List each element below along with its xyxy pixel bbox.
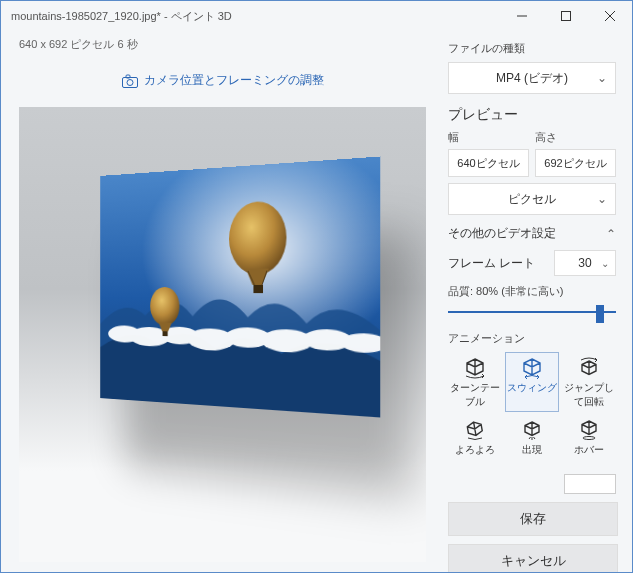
chevron-up-icon: ⌃ [606, 227, 616, 241]
height-label: 高さ [535, 130, 616, 145]
animation-hover[interactable]: ホバー [561, 414, 616, 470]
animation-swing[interactable]: スウィング [505, 352, 560, 412]
export-dialog: mountains-1985027_1920.jpg* - ペイント 3D 64… [0, 0, 633, 573]
cube-wobble-icon [463, 419, 487, 441]
other-video-settings-toggle[interactable]: その他のビデオ設定 ⌃ [448, 225, 616, 242]
preview-heading: プレビュー [448, 106, 616, 124]
quality-label: 品質: 80% (非常に高い) [448, 284, 616, 299]
cancel-label: キャンセル [501, 552, 566, 570]
animation-label: ジャンプして回転 [562, 381, 615, 409]
unit-dropdown[interactable]: ピクセル ⌄ [448, 183, 616, 215]
cube-swing-icon [520, 357, 544, 379]
width-input[interactable]: 640ピクセル [448, 149, 529, 177]
background-color-swatch[interactable] [564, 474, 616, 494]
close-button[interactable] [588, 1, 632, 31]
preview-image [100, 157, 380, 418]
svg-rect-18 [253, 285, 263, 293]
animation-label: ターンテーブル [449, 381, 502, 409]
animation-label: よろよろ [455, 443, 495, 457]
animation-jump-rotate[interactable]: ジャンプして回転 [561, 352, 616, 412]
framerate-value: 30 [578, 256, 591, 270]
animation-label: スウィング [507, 381, 557, 395]
cube-appear-icon [520, 419, 544, 441]
camera-icon [122, 74, 138, 88]
animation-heading: アニメーション [448, 331, 616, 346]
file-type-dropdown[interactable]: MP4 (ビデオ) ⌄ [448, 62, 616, 94]
save-label: 保存 [520, 510, 546, 528]
preview-stage[interactable] [19, 107, 426, 562]
unit-value: ピクセル [508, 191, 556, 208]
camera-adjust-button[interactable]: カメラ位置とフレーミングの調整 [112, 66, 334, 95]
svg-point-6 [127, 79, 133, 85]
framerate-label: フレーム レート [448, 255, 554, 272]
dimensions-readout: 640 x 692 ピクセル 6 秒 [19, 37, 426, 52]
file-type-label: ファイルの種類 [448, 41, 616, 56]
animation-turntable[interactable]: ターンテーブル [448, 352, 503, 412]
svg-point-23 [583, 437, 595, 440]
svg-rect-5 [126, 75, 130, 78]
animation-wobble[interactable]: よろよろ [448, 414, 503, 470]
close-icon [605, 11, 615, 21]
save-button[interactable]: 保存 [448, 502, 618, 536]
svg-rect-22 [163, 331, 168, 336]
titlebar: mountains-1985027_1920.jpg* - ペイント 3D [1, 1, 632, 31]
minimize-icon [517, 11, 527, 21]
other-video-settings-label: その他のビデオ設定 [448, 225, 556, 242]
camera-adjust-label: カメラ位置とフレーミングの調整 [144, 72, 324, 89]
settings-panel: ファイルの種類 MP4 (ビデオ) ⌄ プレビュー 幅 640ピクセル 高さ 6… [436, 31, 632, 572]
maximize-icon [561, 11, 571, 21]
framerate-dropdown[interactable]: 30 ⌄ [554, 250, 616, 276]
preview-artwork [100, 157, 380, 418]
slider-thumb[interactable] [596, 305, 604, 323]
svg-rect-1 [562, 12, 571, 21]
height-input[interactable]: 692ピクセル [535, 149, 616, 177]
minimize-button[interactable] [500, 1, 544, 31]
animation-appear[interactable]: 出現 [505, 414, 560, 470]
chevron-down-icon: ⌄ [597, 192, 607, 206]
cube-rotate-icon [463, 357, 487, 379]
animation-grid: ターンテーブル スウィング ジャンプして回転 よろよろ 出現 [448, 352, 616, 470]
slider-track [448, 311, 616, 313]
width-label: 幅 [448, 130, 529, 145]
maximize-button[interactable] [544, 1, 588, 31]
chevron-down-icon: ⌄ [597, 71, 607, 85]
file-type-value: MP4 (ビデオ) [496, 70, 568, 87]
cancel-button[interactable]: キャンセル [448, 544, 618, 572]
cube-jump-icon [577, 357, 601, 379]
animation-label: 出現 [522, 443, 542, 457]
cube-hover-icon [577, 419, 601, 441]
chevron-down-icon: ⌄ [601, 258, 609, 269]
window-title: mountains-1985027_1920.jpg* - ペイント 3D [11, 9, 500, 24]
preview-pane: 640 x 692 ピクセル 6 秒 カメラ位置とフレーミングの調整 [1, 31, 436, 572]
quality-slider[interactable] [448, 305, 616, 319]
animation-label: ホバー [574, 443, 604, 457]
